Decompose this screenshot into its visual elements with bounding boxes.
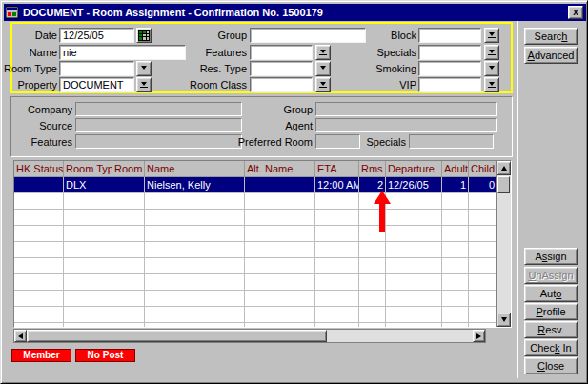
red-arrow-annotation-head	[374, 191, 391, 204]
cell-eta	[315, 242, 359, 258]
cell-child	[469, 210, 496, 226]
table-row-empty[interactable]	[14, 193, 496, 210]
scroll-down-button[interactable]	[497, 313, 511, 327]
dropdown-arrow-icon	[488, 32, 496, 38]
column-header-child[interactable]: Child	[469, 161, 496, 177]
cell-adult	[442, 258, 469, 274]
close-button[interactable]: Close	[524, 357, 578, 374]
property-dropdown-button[interactable]	[136, 77, 152, 92]
check-in-button[interactable]: Check In	[524, 339, 578, 356]
cell-hk-status	[14, 258, 64, 274]
scroll-up-button[interactable]	[497, 161, 511, 175]
cell-room-type	[64, 242, 112, 258]
cell-alt-name	[245, 226, 315, 242]
unassign-button: UnAssign	[524, 267, 578, 284]
cell-room-type	[64, 193, 112, 210]
table-row-empty[interactable]	[14, 323, 496, 327]
table-row-empty[interactable]	[14, 210, 496, 226]
group-label: Group	[188, 29, 247, 42]
column-header-rms[interactable]: Rms	[359, 161, 386, 177]
table-row-empty[interactable]	[14, 274, 496, 291]
features-dropdown-button[interactable]	[315, 45, 331, 60]
advanced-button[interactable]: Advanced	[524, 47, 578, 64]
res-type-input[interactable]	[250, 61, 313, 76]
cell-room	[112, 307, 145, 323]
info-specials-field	[409, 134, 494, 149]
assign-button[interactable]: Assign	[524, 248, 578, 265]
cell-departure	[386, 226, 442, 242]
table-row-empty[interactable]	[14, 226, 496, 242]
search-button[interactable]: Search	[524, 28, 578, 45]
block-input[interactable]	[418, 28, 481, 43]
name-input[interactable]	[59, 45, 186, 60]
column-header-adult[interactable]: Adult	[442, 161, 469, 177]
cell-name	[145, 291, 245, 307]
red-arrow-annotation-shaft	[379, 203, 385, 232]
vip-input[interactable]	[418, 77, 481, 92]
dropdown-arrow-icon	[140, 82, 148, 88]
vip-dropdown-button[interactable]	[484, 77, 499, 92]
column-header-alt-name[interactable]: Alt. Name	[245, 161, 315, 177]
column-header-eta[interactable]: ETA	[315, 161, 359, 177]
cell-alt-name	[245, 323, 315, 327]
cell-alt-name	[245, 291, 315, 307]
cell-hk-status	[14, 177, 64, 193]
results-table: HK StatusRoom TypeRoomNameAlt. NameETARm…	[13, 160, 512, 328]
table-row-0[interactable]: DLXNielsen, Kelly12:00 AM212/26/0510	[14, 177, 496, 193]
column-header-name[interactable]: Name	[145, 161, 245, 177]
cell-room-type	[64, 210, 112, 226]
room-class-input[interactable]	[250, 77, 313, 92]
cell-eta	[315, 274, 359, 291]
cell-child	[469, 274, 496, 291]
cell-hk-status	[14, 307, 64, 323]
specials-input[interactable]	[418, 45, 481, 60]
app-icon	[6, 6, 19, 19]
auto-button[interactable]: Auto	[524, 285, 578, 302]
title-bar[interactable]: DOCUMENT - Room Assignment - Confirmatio…	[4, 4, 586, 21]
up-arrow-icon	[501, 166, 507, 171]
horizontal-scroll-thumb[interactable]	[27, 330, 327, 342]
cell-child	[469, 258, 496, 274]
features-input[interactable]	[250, 45, 313, 60]
specials-dropdown-button[interactable]	[484, 45, 499, 60]
info-group-field	[315, 102, 497, 116]
smoking-input[interactable]	[418, 61, 481, 76]
res-type-dropdown-button[interactable]	[315, 61, 331, 76]
vertical-scrollbar[interactable]	[496, 161, 511, 327]
smoking-dropdown-button[interactable]	[484, 61, 499, 76]
table-row-empty[interactable]	[14, 242, 496, 258]
scroll-left-button[interactable]	[14, 330, 27, 342]
table-row-empty[interactable]	[14, 291, 496, 307]
block-dropdown-button[interactable]	[484, 28, 499, 43]
group-input[interactable]	[250, 28, 366, 43]
scroll-right-button[interactable]	[473, 330, 485, 342]
cell-departure	[386, 242, 442, 258]
resv-button[interactable]: Resv.	[524, 321, 578, 338]
table-row-empty[interactable]	[14, 258, 496, 274]
smoking-label: Smoking	[357, 62, 416, 75]
horizontal-scrollbar[interactable]	[13, 329, 486, 343]
vertical-scroll-thumb[interactable]	[497, 176, 510, 193]
column-header-hk-status[interactable]: HK Status	[14, 161, 64, 177]
dropdown-arrow-icon	[319, 66, 327, 71]
property-input[interactable]	[59, 77, 134, 92]
table-row-empty[interactable]	[14, 307, 496, 323]
no-post-badge: No Post	[75, 349, 135, 362]
info-specials-label: Specials	[364, 135, 406, 149]
date-calendar-button[interactable]	[136, 28, 152, 43]
cell-alt-name	[245, 210, 315, 226]
cell-name	[145, 323, 245, 327]
profile-button[interactable]: Profile	[524, 303, 578, 320]
room-type-input[interactable]	[59, 61, 134, 76]
room-class-dropdown-button[interactable]	[315, 77, 331, 92]
cell-name	[145, 193, 245, 210]
close-window-button[interactable]: x	[568, 6, 583, 19]
vip-label: VIP	[357, 78, 416, 91]
cell-eta: 12:00 AM	[315, 177, 359, 193]
column-header-departure[interactable]: Departure	[386, 161, 442, 177]
column-header-room[interactable]: Room	[112, 161, 145, 177]
column-header-room-type[interactable]: Room Type	[64, 161, 112, 177]
date-input[interactable]	[59, 28, 134, 43]
cell-room	[112, 258, 145, 274]
room-type-dropdown-button[interactable]	[136, 61, 152, 76]
